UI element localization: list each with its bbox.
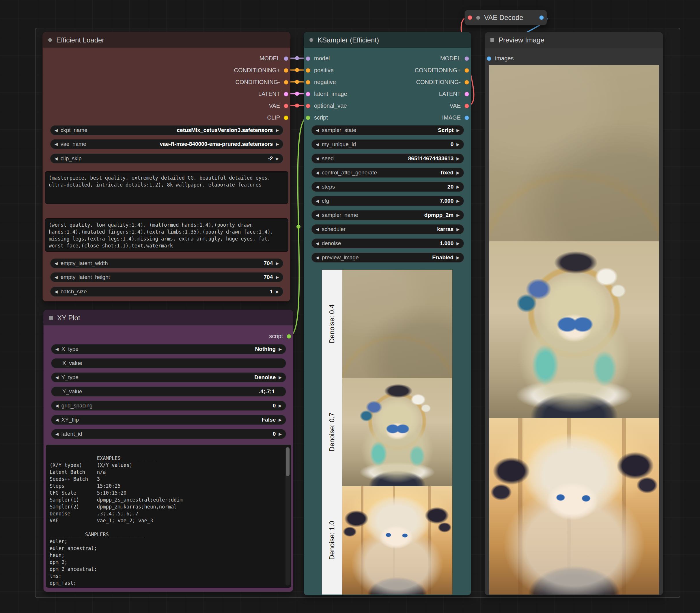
- next-arrow-icon[interactable]: [457, 256, 460, 260]
- next-arrow-icon[interactable]: [279, 418, 282, 422]
- preview-image-widget[interactable]: preview_image Enabled: [312, 253, 464, 262]
- decrement-arrow-icon[interactable]: [55, 432, 58, 436]
- decrement-arrow-icon[interactable]: [55, 290, 58, 294]
- decrement-arrow-icon[interactable]: [55, 404, 58, 408]
- increment-arrow-icon[interactable]: [279, 404, 282, 408]
- prev-arrow-icon[interactable]: [55, 375, 58, 379]
- clip-output-slot[interactable]: [284, 116, 288, 120]
- increment-arrow-icon[interactable]: [457, 142, 460, 146]
- empty-latent-height-widget[interactable]: empty_latent_height 704: [50, 272, 283, 282]
- optional-vae-input-slot[interactable]: [306, 104, 310, 108]
- next-arrow-icon[interactable]: [457, 227, 460, 231]
- sampler-state-widget[interactable]: sampler_state Script: [312, 125, 464, 135]
- ksampler-header[interactable]: KSampler (Efficient): [304, 32, 471, 48]
- collapse-toggle-icon[interactable]: [309, 38, 313, 42]
- collapse-toggle-icon[interactable]: [49, 316, 53, 319]
- collapse-toggle-icon[interactable]: [476, 16, 480, 19]
- control-after-generate-widget[interactable]: control_after_generate fixed: [312, 168, 464, 178]
- increment-arrow-icon[interactable]: [457, 199, 460, 203]
- decrement-arrow-icon[interactable]: [55, 261, 58, 265]
- collapse-toggle-icon[interactable]: [490, 38, 494, 42]
- vae-output-slot[interactable]: [464, 104, 469, 108]
- model-input-slot[interactable]: [306, 56, 310, 61]
- negative-input-slot[interactable]: [306, 80, 310, 84]
- script-input-slot[interactable]: [306, 116, 310, 120]
- increment-arrow-icon[interactable]: [457, 156, 460, 160]
- prev-arrow-icon[interactable]: [55, 418, 58, 422]
- images-input-slot[interactable]: [487, 56, 491, 61]
- clip-skip-widget[interactable]: clip_skip -2: [50, 154, 283, 164]
- x-value-widget[interactable]: X_value: [51, 358, 286, 368]
- vae-input-slot[interactable]: [467, 15, 472, 20]
- scrollbar-thumb[interactable]: [286, 447, 290, 476]
- positive-prompt-textarea[interactable]: (masterpiece, best quality, extremely de…: [45, 171, 288, 204]
- scheduler-widget[interactable]: scheduler karras: [312, 224, 464, 234]
- decrement-arrow-icon[interactable]: [316, 156, 319, 160]
- prev-arrow-icon[interactable]: [55, 156, 58, 160]
- decrement-arrow-icon[interactable]: [316, 142, 319, 146]
- model-output-slot[interactable]: [284, 56, 288, 61]
- batch-size-widget[interactable]: batch_size 1: [50, 287, 283, 297]
- xy-flip-widget[interactable]: XY_flip False: [51, 415, 286, 425]
- next-arrow-icon[interactable]: [279, 375, 282, 379]
- examples-help-textarea[interactable]: ____________EXAMPLES____________ (X/Y_ty…: [46, 445, 291, 588]
- conditioning-plus-output-slot[interactable]: [464, 68, 469, 73]
- prev-arrow-icon[interactable]: [55, 128, 58, 132]
- y-type-widget[interactable]: Y_type Denoise: [51, 373, 286, 382]
- latent-id-widget[interactable]: latent_id 0: [51, 429, 286, 439]
- next-arrow-icon[interactable]: [276, 156, 279, 160]
- prev-arrow-icon[interactable]: [316, 128, 319, 132]
- negative-prompt-textarea[interactable]: (worst quality, low quality:1.4), (malfo…: [45, 218, 288, 252]
- empty-latent-width-widget[interactable]: empty_latent_width 704: [50, 258, 283, 268]
- next-arrow-icon[interactable]: [276, 128, 279, 132]
- y-value-widget[interactable]: Y_value .4;.7;1: [51, 387, 286, 396]
- my-unique-id-widget[interactable]: my_unique_id 0: [312, 140, 464, 149]
- latent-image-input-slot[interactable]: [306, 92, 310, 96]
- model-output-slot[interactable]: [464, 56, 469, 61]
- collapse-toggle-icon[interactable]: [48, 38, 52, 42]
- steps-widget[interactable]: steps 20: [312, 182, 464, 192]
- prev-arrow-icon[interactable]: [316, 256, 319, 260]
- sampler-name-widget[interactable]: sampler_name dpmpp_2m: [312, 210, 464, 220]
- increment-arrow-icon[interactable]: [457, 185, 460, 189]
- next-arrow-icon[interactable]: [279, 347, 282, 351]
- seed-widget[interactable]: seed 865114674433613: [312, 154, 464, 164]
- next-arrow-icon[interactable]: [457, 128, 460, 132]
- prev-arrow-icon[interactable]: [55, 347, 58, 351]
- positive-input-slot[interactable]: [306, 68, 310, 73]
- xy-plot-header[interactable]: XY Plot: [43, 310, 293, 325]
- increment-arrow-icon[interactable]: [279, 432, 282, 436]
- decrement-arrow-icon[interactable]: [316, 199, 319, 203]
- denoise-widget[interactable]: denoise 1.000: [312, 238, 464, 248]
- scrollbar-track[interactable]: [286, 447, 290, 586]
- next-arrow-icon[interactable]: [457, 213, 460, 217]
- conditioning-minus-output-slot[interactable]: [464, 80, 469, 84]
- conditioning-plus-output-slot[interactable]: [284, 68, 288, 73]
- prev-arrow-icon[interactable]: [316, 171, 319, 175]
- cfg-widget[interactable]: cfg 7.000: [312, 196, 464, 206]
- next-arrow-icon[interactable]: [276, 142, 279, 146]
- increment-arrow-icon[interactable]: [276, 290, 279, 294]
- conditioning-minus-output-slot[interactable]: [284, 80, 288, 84]
- increment-arrow-icon[interactable]: [276, 261, 279, 265]
- next-arrow-icon[interactable]: [457, 171, 460, 175]
- grid-spacing-widget[interactable]: grid_spacing 0: [51, 401, 286, 410]
- x-type-widget[interactable]: X_type Nothing: [51, 344, 286, 354]
- decrement-arrow-icon[interactable]: [316, 185, 319, 189]
- increment-arrow-icon[interactable]: [276, 275, 279, 279]
- preview-image-header[interactable]: Preview Image: [485, 32, 663, 48]
- prev-arrow-icon[interactable]: [316, 213, 319, 217]
- ckpt-name-widget[interactable]: ckpt_name cetusMix_cetusVersion3.safeten…: [50, 125, 283, 135]
- prev-arrow-icon[interactable]: [316, 227, 319, 231]
- image-output-slot[interactable]: [464, 116, 469, 120]
- latent-output-slot[interactable]: [284, 92, 288, 96]
- image-output-slot[interactable]: [539, 15, 544, 20]
- efficient-loader-header[interactable]: Efficient Loader: [43, 32, 290, 48]
- graph-canvas[interactable]: { "colors": { "model": "#B39DDB", "condi…: [0, 0, 700, 613]
- prev-arrow-icon[interactable]: [55, 142, 58, 146]
- latent-output-slot[interactable]: [464, 92, 469, 96]
- vae-name-widget[interactable]: vae_name vae-ft-mse-840000-ema-pruned.sa…: [50, 139, 283, 149]
- decrement-arrow-icon[interactable]: [316, 242, 319, 245]
- decrement-arrow-icon[interactable]: [55, 275, 58, 279]
- vae-decode-node[interactable]: VAE Decode: [464, 10, 547, 25]
